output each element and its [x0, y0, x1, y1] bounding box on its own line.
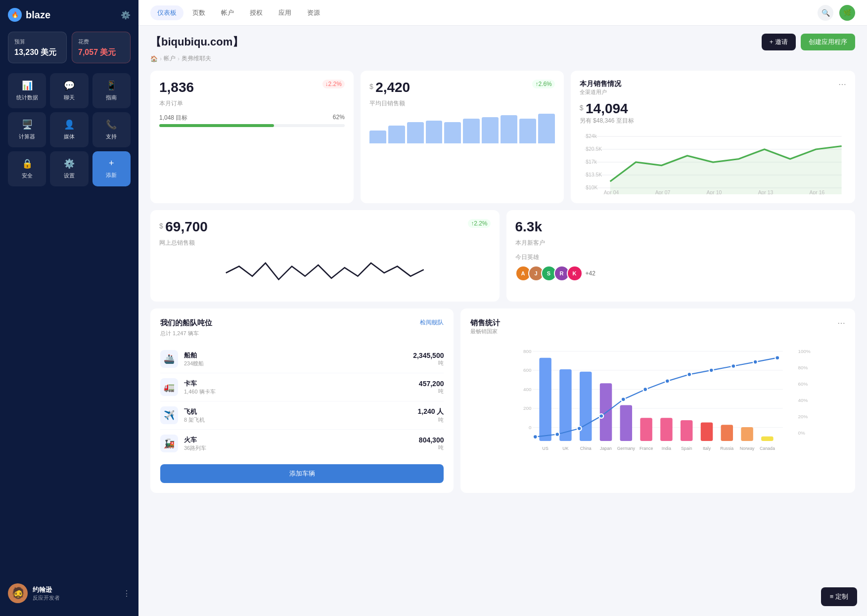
combo-line-dot [776, 355, 780, 360]
security-icon: 🔒 [22, 158, 33, 169]
orders-label: 本月订单 [159, 99, 345, 108]
svg-text:$20.5K: $20.5K [586, 146, 602, 152]
support-icon: 📞 [106, 119, 117, 130]
total-sales-label: 网上总销售额 [159, 239, 491, 247]
stats-label: 统计数据 [16, 94, 38, 101]
fleet-item-icon: 🚛 [160, 378, 178, 396]
budget-card: 预算 13,230 美元 [8, 32, 67, 63]
svg-text:60%: 60% [798, 381, 808, 387]
sidebar-item-guide[interactable]: 📱指南 [92, 73, 131, 108]
header-settings-icon[interactable]: ⚙️ [121, 10, 131, 20]
orders-card-top: 1,836 ↓2.2% [159, 80, 345, 95]
sales-subtitle: 最畅销国家 [470, 328, 500, 335]
combo-line-dot [533, 435, 538, 439]
orders-value: 1,836 [159, 80, 194, 95]
tab-dashboard[interactable]: 仪表板 [150, 5, 183, 20]
svg-text:Italy: Italy [703, 446, 711, 451]
expense-value: 7,057 美元 [78, 47, 124, 57]
invite-button[interactable]: + 邀请 [762, 34, 796, 50]
new-customers-top: 6.3k [515, 219, 847, 235]
fleet-item-value: 2,345,500 吨 [413, 352, 444, 367]
fleet-item-info: 火车 36路列车 [184, 436, 413, 452]
tab-auth[interactable]: 授权 [243, 5, 270, 20]
monthly-value-group: $ 14,094 [580, 101, 846, 117]
fleet-item-name: 火车 [184, 436, 413, 444]
sidebar-item-security[interactable]: 🔒安全 [8, 151, 46, 186]
add-vehicle-button[interactable]: 添加车辆 [160, 464, 444, 483]
orders-change: ↓2.2% [322, 80, 345, 88]
fleet-item-icon: 🚂 [160, 435, 178, 452]
fleet-item-num: 2,345,500 [413, 352, 444, 359]
svg-text:80%: 80% [798, 365, 808, 370]
calc-label: 计算器 [19, 133, 35, 140]
fleet-item-name: 船舶 [184, 351, 407, 360]
fleet-item: 🚢 船舶 234艘船 2,345,500 吨 [160, 345, 444, 373]
svg-marker-10 [610, 146, 841, 195]
tab-accounts[interactable]: 帐户 [214, 5, 241, 20]
monthly-value: 14,094 [586, 101, 628, 116]
app-logo: 🔥 blaze [8, 8, 50, 22]
combo-bar [762, 437, 774, 441]
sidebar-item-add[interactable]: +添新 [92, 151, 131, 186]
user-info: 🧔 约翰逊 反应开发者 [8, 583, 60, 603]
monthly-sales-card: 本月销售情况 全渠道用户 ⋯ $ 14,094 另有 $48,346 至目标 [571, 71, 855, 203]
sales-more-btn[interactable]: ⋯ [837, 318, 845, 328]
bar-chart-bar [501, 115, 517, 143]
new-customers-label: 本月新客户 [515, 239, 847, 247]
expense-label: 花费 [78, 38, 124, 45]
settings-label: 设置 [64, 172, 75, 179]
sidebar-item-chat[interactable]: 💬聊天 [50, 73, 88, 108]
svg-text:200: 200 [524, 405, 532, 411]
svg-text:Norway: Norway [740, 446, 755, 451]
breadcrumb-accounts[interactable]: 帐户 [164, 54, 176, 63]
guide-icon: 📱 [106, 80, 117, 91]
monthly-card-subtitle: 全渠道用户 [580, 88, 621, 96]
combo-chart-svg: 8006004002000100%80%60%40%20%0%USUKChina… [470, 343, 845, 452]
page-actions: + 邀请 创建应用程序 [762, 34, 855, 50]
search-icon[interactable]: 🔍 [818, 5, 833, 21]
svg-text:Spain: Spain [681, 446, 692, 451]
top-user-avatar[interactable]: 🌿 [839, 5, 855, 21]
combo-line-dot [555, 432, 560, 437]
tab-resources[interactable]: 资源 [300, 5, 327, 20]
monthly-card-title: 本月销售情况 [580, 80, 621, 88]
sidebar-item-settings[interactable]: ⚙️设置 [50, 151, 88, 186]
combo-bar [661, 418, 673, 441]
user-menu-icon[interactable]: ⋮ [123, 589, 131, 598]
total-sales-top: $ 69,700 ↑2.2% [159, 219, 491, 235]
combo-line-dot [599, 414, 604, 418]
bar-chart-bar [369, 131, 386, 143]
sidebar-item-media[interactable]: 👤媒体 [50, 112, 88, 147]
fleet-item-num: 457,200 [419, 380, 444, 388]
media-icon: 👤 [64, 119, 75, 130]
fleet-item: ✈️ 飞机 8 架飞机 1,240 人 吨 [160, 401, 444, 430]
bar-chart-bar [482, 117, 499, 143]
customize-button[interactable]: ≡ 定制 [821, 587, 857, 606]
monthly-more-btn[interactable]: ⋯ [838, 80, 846, 89]
sidebar-item-stats[interactable]: 📊统计数据 [8, 73, 46, 108]
svg-text:France: France [639, 446, 653, 451]
monthly-card-titles: 本月销售情况 全渠道用户 [580, 80, 621, 96]
security-label: 安全 [22, 172, 33, 179]
sidebar-item-calc[interactable]: 🖥️计算器 [8, 112, 46, 147]
total-sales-value: 69,700 [165, 219, 208, 234]
top-nav-right: 🔍 🌿 [818, 5, 855, 21]
svg-text:Apr 07: Apr 07 [655, 190, 670, 194]
settings-icon: ⚙️ [64, 158, 75, 169]
fleet-link[interactable]: 检阅舰队 [420, 318, 444, 327]
svg-text:100%: 100% [798, 349, 811, 354]
fleet-item: 🚂 火车 36路列车 804,300 吨 [160, 430, 444, 457]
create-app-button[interactable]: 创建应用程序 [801, 34, 855, 50]
svg-text:0%: 0% [798, 430, 806, 436]
breadcrumb-home[interactable]: 🏠 [150, 55, 158, 62]
fleet-item-num: 1,240 人 [418, 407, 444, 416]
sidebar-item-support[interactable]: 📞支持 [92, 112, 131, 147]
fleet-item-unit: 吨 [418, 416, 444, 424]
tab-pages[interactable]: 页数 [185, 5, 212, 20]
combo-bar [620, 405, 632, 441]
fleet-item-icon: ✈️ [160, 406, 178, 424]
fleet-item-count: 1,460 辆卡车 [184, 388, 413, 396]
tab-apps[interactable]: 应用 [272, 5, 298, 20]
support-label: 支持 [106, 133, 117, 140]
combo-line-dot [577, 426, 582, 431]
